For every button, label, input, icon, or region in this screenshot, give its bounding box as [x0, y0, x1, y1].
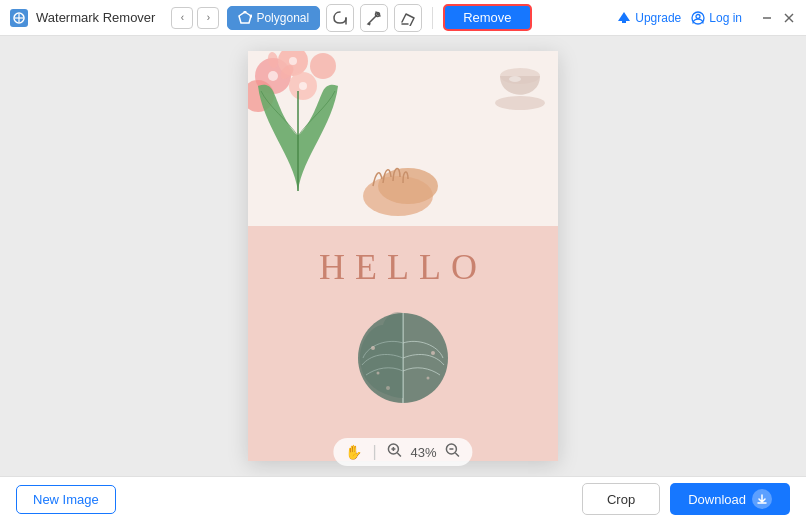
svg-point-14	[696, 14, 700, 18]
svg-rect-12	[622, 21, 626, 23]
svg-marker-11	[618, 12, 630, 21]
svg-point-35	[371, 346, 375, 350]
image-display: HELLO	[248, 51, 558, 461]
back-arrow[interactable]: ‹	[171, 7, 193, 29]
title-bar-left: Watermark Remover ‹ › Polygonal	[10, 4, 532, 32]
photo-top	[248, 51, 558, 226]
polygonal-tool[interactable]: Polygonal	[227, 6, 320, 30]
app-logo	[10, 9, 28, 27]
svg-line-45	[456, 453, 460, 457]
login-button[interactable]: Log in	[691, 11, 742, 25]
login-label: Log in	[709, 11, 742, 25]
svg-point-39	[386, 386, 390, 390]
upgrade-button[interactable]: Upgrade	[617, 11, 681, 25]
leaf-stamp	[348, 303, 458, 413]
hand-icon[interactable]: ✋	[345, 444, 362, 460]
title-bar: Watermark Remover ‹ › Polygonal	[0, 0, 806, 36]
hello-text: HELLO	[319, 246, 487, 288]
svg-marker-3	[239, 12, 251, 23]
lower-card: HELLO	[248, 226, 558, 461]
image-container[interactable]: HELLO	[248, 51, 558, 461]
remove-button[interactable]: Remove	[443, 4, 531, 31]
minimize-button[interactable]	[760, 11, 774, 25]
clear-tool[interactable]	[394, 4, 422, 32]
zoom-controls: ✋ | 43%	[333, 438, 472, 466]
download-icon	[752, 489, 772, 509]
close-button[interactable]	[782, 11, 796, 25]
forward-arrow[interactable]: ›	[197, 7, 219, 29]
svg-point-33	[509, 76, 521, 82]
upgrade-label: Upgrade	[635, 11, 681, 25]
svg-point-38	[427, 377, 430, 380]
polygonal-label: Polygonal	[256, 11, 309, 25]
hands-image	[338, 151, 468, 221]
svg-point-37	[377, 372, 380, 375]
zoom-level: 43%	[411, 445, 437, 460]
svg-point-32	[495, 96, 545, 110]
brush-tool[interactable]	[360, 4, 388, 32]
leaf-stamp-svg	[348, 303, 458, 413]
title-bar-right: Upgrade Log in	[617, 11, 796, 25]
canvas-area: HELLO	[0, 36, 806, 476]
svg-point-36	[431, 351, 435, 355]
zoom-in-button[interactable]	[387, 442, 403, 462]
bottom-right-actions: Crop Download	[582, 483, 790, 515]
svg-line-41	[398, 453, 402, 457]
window-controls	[760, 11, 796, 25]
divider	[432, 7, 433, 29]
toolbar: Polygonal	[227, 4, 531, 32]
svg-point-24	[289, 57, 297, 65]
nav-arrows: ‹ ›	[171, 7, 219, 29]
new-image-button[interactable]: New Image	[16, 485, 116, 514]
cup-image	[493, 61, 548, 121]
palm-leaf	[253, 66, 343, 196]
app-title: Watermark Remover	[36, 10, 155, 25]
lasso-tool[interactable]	[326, 4, 354, 32]
download-label: Download	[688, 492, 746, 507]
bottom-bar: New Image Crop Download	[0, 476, 806, 521]
download-button[interactable]: Download	[670, 483, 790, 515]
zoom-out-button[interactable]	[445, 442, 461, 462]
svg-line-7	[369, 14, 378, 23]
crop-button[interactable]: Crop	[582, 483, 660, 515]
